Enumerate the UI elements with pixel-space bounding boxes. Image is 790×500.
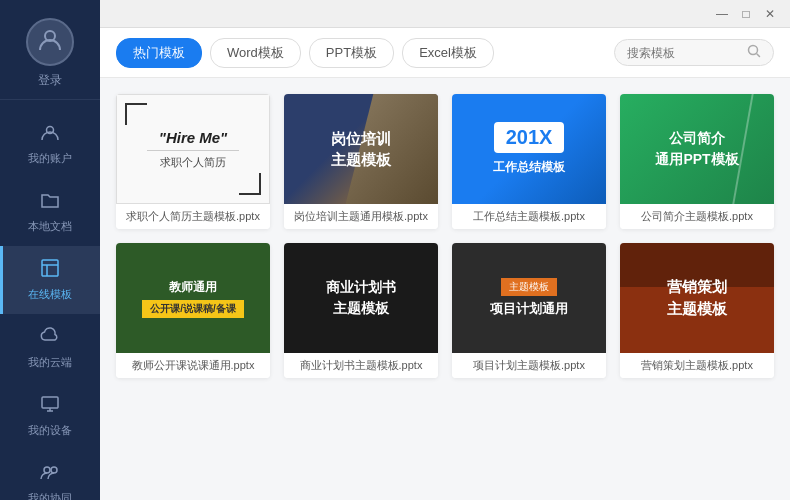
search-input[interactable] (627, 46, 741, 60)
template-name-business: 商业计划书主题模板.pptx (284, 353, 438, 378)
project-label: 主题模板 (501, 278, 557, 296)
sidebar: 登录 我的账户 本地文档 (0, 0, 100, 500)
template-card-project[interactable]: 主题模板 项目计划通用 项目计划主题模板.pptx (452, 243, 606, 378)
template-name-marketing: 营销策划主题模板.pptx (620, 353, 774, 378)
sidebar-item-cloud-label: 我的云端 (28, 355, 72, 370)
sidebar-item-collab-label: 我的协同 (28, 491, 72, 500)
search-box (614, 39, 774, 66)
template-card-work[interactable]: 201X 工作总结模板 工作总结主题模板.pptx (452, 94, 606, 229)
svg-rect-2 (42, 260, 58, 276)
work-thumb-text: 工作总结模板 (493, 159, 565, 176)
template-grid: "Hire Me" 求职个人简历 求职个人简历主题模板.pptx 岗位培训主题模… (116, 94, 774, 378)
search-icon (747, 44, 761, 61)
collab-icon (40, 462, 60, 487)
template-card-company[interactable]: 公司简介通用PPT模板 公司简介主题模板.pptx (620, 94, 774, 229)
user-icon (37, 26, 63, 58)
company-thumb-text: 公司简介通用PPT模板 (655, 128, 738, 170)
svg-point-6 (749, 46, 758, 55)
template-name-resume: 求职个人简历主题模板.pptx (116, 204, 270, 229)
account-icon (40, 122, 60, 147)
sidebar-item-collab[interactable]: 我的协同 (0, 450, 100, 500)
template-card-resume[interactable]: "Hire Me" 求职个人简历 求职个人简历主题模板.pptx (116, 94, 270, 229)
sidebar-item-online[interactable]: 在线模板 (0, 246, 100, 314)
template-name-company: 公司简介主题模板.pptx (620, 204, 774, 229)
sidebar-item-account[interactable]: 我的账户 (0, 110, 100, 178)
tab-excel[interactable]: Excel模板 (402, 38, 494, 68)
maximize-button[interactable]: □ (736, 4, 756, 24)
topbar: 热门模板 Word模板 PPT模板 Excel模板 (100, 28, 790, 78)
sidebar-item-cloud[interactable]: 我的云端 (0, 314, 100, 382)
template-card-teacher[interactable]: 教师通用 公开课/说课稿/备课 教师公开课说课通用.pptx (116, 243, 270, 378)
folder-icon (40, 190, 60, 215)
login-label[interactable]: 登录 (38, 72, 62, 89)
template-name-teacher: 教师公开课说课通用.pptx (116, 353, 270, 378)
svg-rect-3 (42, 397, 58, 408)
titlebar: — □ ✕ (100, 0, 790, 28)
work-year: 201X (494, 122, 565, 153)
avatar[interactable] (26, 18, 74, 66)
template-name-work: 工作总结主题模板.pptx (452, 204, 606, 229)
teacher-sub-text: 公开课/说课稿/备课 (142, 300, 244, 318)
sidebar-item-local-label: 本地文档 (28, 219, 72, 234)
monitor-icon (40, 394, 60, 419)
template-card-training[interactable]: 岗位培训主题模板 岗位培训主题通用模板.pptx (284, 94, 438, 229)
close-button[interactable]: ✕ (760, 4, 780, 24)
sidebar-item-devices-label: 我的设备 (28, 423, 72, 438)
minimize-button[interactable]: — (712, 4, 732, 24)
main-content: — □ ✕ 热门模板 Word模板 PPT模板 Excel模板 (100, 0, 790, 500)
sidebar-item-account-label: 我的账户 (28, 151, 72, 166)
svg-point-5 (51, 467, 57, 473)
sidebar-nav: 我的账户 本地文档 在线模板 (0, 100, 100, 500)
template-card-business[interactable]: 商业计划书主题模板 商业计划书主题模板.pptx (284, 243, 438, 378)
marketing-thumb-text: 营销策划主题模板 (667, 276, 727, 321)
sidebar-item-local[interactable]: 本地文档 (0, 178, 100, 246)
business-thumb-text: 商业计划书主题模板 (326, 277, 396, 319)
tab-word[interactable]: Word模板 (210, 38, 301, 68)
template-name-project: 项目计划主题模板.pptx (452, 353, 606, 378)
svg-point-4 (44, 467, 50, 473)
template-name-training: 岗位培训主题通用模板.pptx (284, 204, 438, 229)
training-thumb-text: 岗位培训主题模板 (331, 128, 391, 170)
sidebar-item-online-label: 在线模板 (28, 287, 72, 302)
project-thumb-text: 项目计划通用 (490, 300, 568, 318)
template-card-marketing[interactable]: 营销策划主题模板 营销策划主题模板.pptx (620, 243, 774, 378)
template-gallery: "Hire Me" 求职个人简历 求职个人简历主题模板.pptx 岗位培训主题模… (100, 78, 790, 500)
tab-hot[interactable]: 热门模板 (116, 38, 202, 68)
template-icon (40, 258, 60, 283)
tab-ppt[interactable]: PPT模板 (309, 38, 394, 68)
cloud-icon (40, 326, 60, 351)
sidebar-item-devices[interactable]: 我的设备 (0, 382, 100, 450)
sidebar-avatar-section: 登录 (0, 0, 100, 100)
teacher-thumb-text: 教师通用 (169, 279, 217, 296)
